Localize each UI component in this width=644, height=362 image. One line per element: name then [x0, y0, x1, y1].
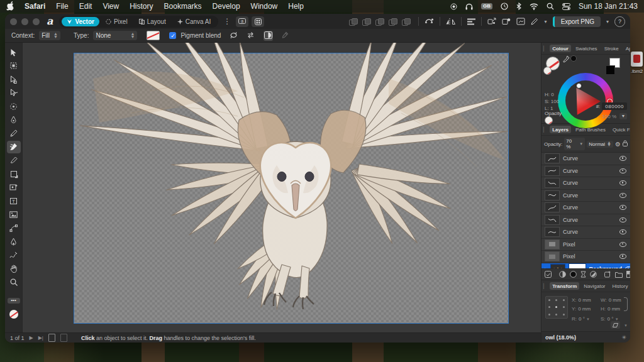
style-dropdown-chevron[interactable]: ▾	[545, 19, 547, 25]
saturation-handle[interactable]	[576, 83, 582, 89]
x-field[interactable]: X:0 mm	[572, 297, 591, 303]
colour-wheel[interactable]	[558, 73, 613, 128]
menu-item-history[interactable]: History	[130, 2, 153, 11]
placed-image-tool[interactable]	[7, 181, 21, 194]
layer-row-selected[interactable]: ▸ Background	[541, 263, 630, 269]
blend-mode-select[interactable]: Normal▲▼	[587, 141, 613, 148]
zoom-window-button[interactable]	[33, 18, 40, 25]
flip-horizontal-icon[interactable]	[446, 18, 455, 25]
paint-brush-tool[interactable]	[7, 154, 21, 167]
boolean-divide-icon[interactable]	[389, 18, 397, 25]
layer-visibility-icon[interactable]	[619, 229, 626, 234]
close-window-button[interactable]	[10, 18, 17, 25]
pen-tool[interactable]	[7, 114, 21, 126]
alignment-icon[interactable]	[467, 18, 475, 25]
arrange-icon[interactable]	[487, 18, 496, 25]
bluetooth-icon[interactable]	[516, 3, 521, 10]
frame-text-tool[interactable]: T	[7, 195, 21, 207]
h-field[interactable]: H:0 mm	[601, 306, 620, 312]
record-status-icon[interactable]	[450, 3, 457, 10]
persona-vector[interactable]: Vector	[62, 17, 99, 26]
add-page-icon[interactable]	[48, 334, 55, 342]
layer-row[interactable]: Curve	[541, 190, 630, 202]
next-page-icon[interactable]: ▶|	[38, 335, 43, 341]
layer-row[interactable]: Curve	[541, 214, 630, 227]
layer-row[interactable]: Pixel	[541, 239, 630, 251]
layer-row[interactable]: Curve	[541, 177, 630, 190]
view-options-icon[interactable]: ✳	[621, 334, 626, 341]
layer-visibility-icon[interactable]	[619, 156, 626, 161]
add-group-icon[interactable]	[615, 272, 623, 278]
contrast-toggle-icon[interactable]	[264, 31, 273, 41]
hand-tool[interactable]	[7, 262, 21, 275]
y-field[interactable]: Y:0 mm	[572, 306, 591, 312]
context-select[interactable]: Fill ▲▼	[39, 31, 60, 40]
persona-canva-ai[interactable]: Canva AI	[172, 17, 216, 26]
opacity-chevron-icon[interactable]: ▼	[619, 113, 627, 119]
rotation-field[interactable]: R:0 ° ▼	[572, 316, 590, 322]
document-canvas[interactable]	[74, 53, 508, 323]
current-colour-well[interactable]	[9, 310, 18, 319]
layer-visibility-icon[interactable]	[619, 168, 626, 173]
stroke-swatch-none[interactable]	[543, 67, 552, 75]
link-dimensions-icon[interactable]	[624, 297, 628, 311]
boolean-intersect-icon[interactable]	[375, 18, 384, 25]
translate-button[interactable]: a	[236, 16, 248, 27]
menu-item-safari[interactable]: Safari	[25, 2, 45, 11]
persona-pixel[interactable]: Pixel	[101, 17, 133, 26]
desktop-file-icon[interactable]: .lbm2	[630, 52, 643, 74]
tab-navigator[interactable]: Navigator	[581, 282, 608, 290]
help-button[interactable]: ?	[614, 16, 625, 27]
artboard-tool[interactable]	[7, 60, 21, 72]
menu-item-view[interactable]: View	[103, 2, 119, 11]
menu-item-help[interactable]: Help	[288, 2, 304, 11]
more-tools-button[interactable]: •••	[8, 298, 20, 304]
control-center-icon[interactable]	[562, 3, 570, 10]
menu-item-window[interactable]: Window	[251, 2, 278, 11]
tab-appearance[interactable]: Appearance	[623, 45, 630, 52]
hex-field[interactable]: 080000	[602, 102, 627, 110]
tab-history[interactable]: History	[610, 282, 630, 290]
layer-row[interactable]: Pixel	[541, 251, 630, 263]
tab-colour[interactable]: Colour	[550, 45, 571, 52]
persona-layout[interactable]: Layout	[134, 17, 171, 26]
layer-visibility-icon[interactable]	[619, 217, 626, 222]
point-transform-tool[interactable]	[7, 100, 21, 112]
layer-visibility-icon[interactable]	[619, 254, 626, 259]
resize-document-icon[interactable]	[516, 18, 525, 25]
layer-visibility-icon[interactable]	[619, 205, 626, 210]
live-filter-icon[interactable]	[580, 271, 586, 278]
node-pen-tool[interactable]	[7, 222, 21, 234]
tab-stroke[interactable]: Stroke	[602, 45, 621, 52]
tab-swatches[interactable]: Swatches	[573, 45, 600, 52]
move-tool[interactable]	[7, 46, 21, 58]
headphones-icon[interactable]	[465, 3, 473, 10]
no-fill-swatch[interactable]	[147, 31, 160, 40]
w-field[interactable]: W:0 mm	[601, 297, 621, 303]
image-tool[interactable]	[7, 208, 21, 221]
corner-tool[interactable]	[7, 87, 21, 99]
clock-status-icon[interactable]	[501, 3, 508, 10]
snapping-icon[interactable]	[425, 18, 434, 26]
style-pencil-icon[interactable]	[531, 18, 539, 25]
layer-row[interactable]: Curve	[541, 165, 630, 178]
blend-ranges-icon[interactable]	[626, 271, 630, 278]
keyboard-layout-badge[interactable]: GB	[481, 3, 492, 9]
minimize-window-button[interactable]	[21, 18, 28, 25]
menu-item-edit[interactable]: Edit	[79, 2, 92, 11]
menu-bar-clock[interactable]: Sun 18 Jan 21:43	[579, 2, 638, 11]
colour-picker-icon[interactable]	[562, 55, 570, 64]
blend-options-gear-icon[interactable]: ⚙	[615, 141, 621, 148]
export-dropdown-chevron[interactable]: ▾	[606, 19, 609, 25]
add-layer-icon[interactable]	[604, 271, 611, 278]
layer-visibility-icon[interactable]	[619, 193, 626, 198]
mask-layer-icon[interactable]	[570, 271, 577, 278]
layer-visibility-icon[interactable]	[619, 180, 626, 185]
rectangle-tool[interactable]	[7, 168, 21, 180]
opacity-value[interactable]: 100 %	[602, 114, 616, 119]
spotlight-search-icon[interactable]	[547, 3, 554, 10]
vector-pen-tool[interactable]	[7, 235, 21, 248]
sync-fill-icon[interactable]	[230, 31, 238, 40]
page-options-icon[interactable]	[60, 334, 67, 342]
pigment-blend-checkbox[interactable]: ✓	[169, 32, 176, 39]
